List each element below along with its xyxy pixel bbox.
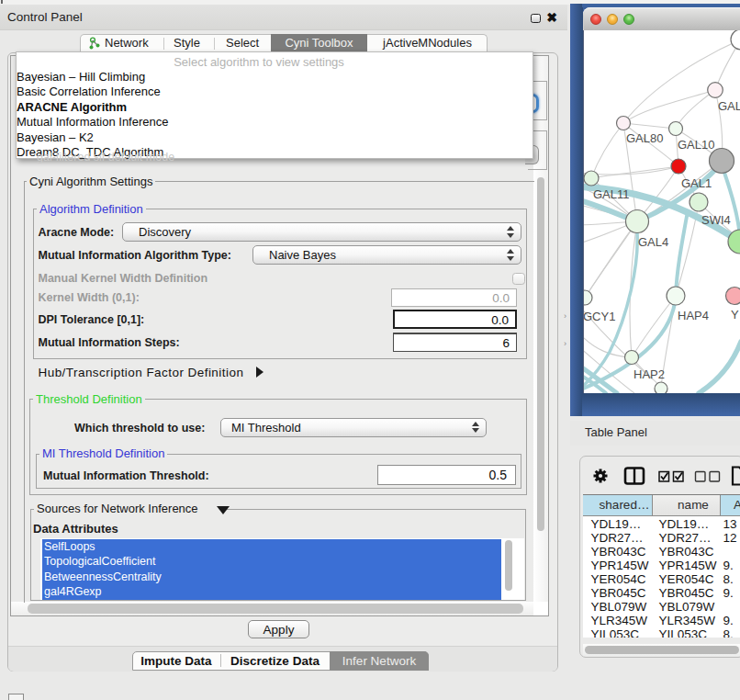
svg-text:GCY1: GCY1 [584, 310, 615, 323]
svg-text:GAL80: GAL80 [626, 131, 663, 145]
svg-text:GAL11: GAL11 [593, 187, 630, 201]
svg-text:GAL8: GAL8 [718, 99, 740, 113]
svg-text:HAP4: HAP4 [678, 309, 709, 322]
svg-text:GAL10: GAL10 [678, 138, 714, 152]
svg-text:GAL4: GAL4 [638, 235, 668, 249]
svg-text:GAL1: GAL1 [681, 176, 712, 190]
svg-text:HAP2: HAP2 [633, 367, 665, 381]
svg-text:SWI4: SWI4 [701, 213, 731, 227]
svg-text:Y: Y [731, 308, 739, 322]
